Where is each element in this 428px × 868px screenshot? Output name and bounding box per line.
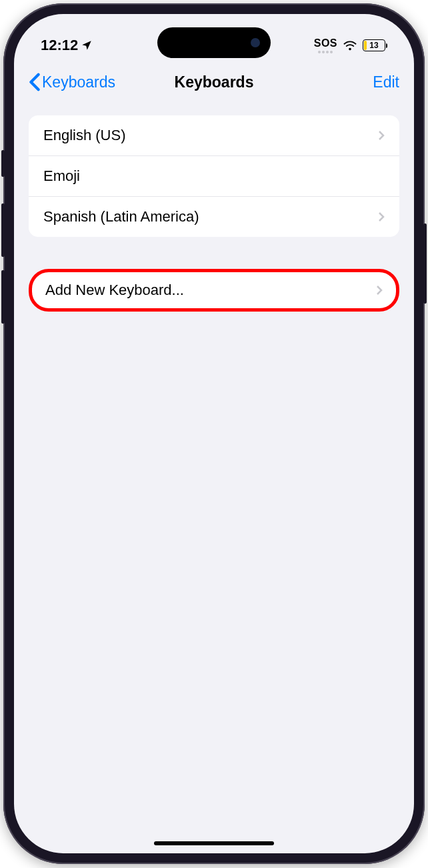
keyboard-item-english[interactable]: English (US) (29, 115, 399, 156)
side-button (1, 150, 5, 177)
edit-button[interactable]: Edit (373, 73, 399, 91)
side-button (1, 203, 5, 257)
nav-bar: Keyboards Keyboards Edit (14, 61, 414, 103)
sos-text: SOS (314, 37, 337, 49)
keyboard-label: Spanish (Latin America) (43, 208, 199, 226)
keyboard-item-spanish[interactable]: Spanish (Latin America) (29, 197, 399, 237)
battery-percent: 13 (369, 41, 378, 50)
side-button (1, 270, 5, 324)
wifi-icon (343, 38, 357, 53)
side-button (423, 224, 427, 304)
keyboard-label: English (US) (43, 127, 125, 144)
dynamic-island (157, 27, 271, 58)
location-icon (81, 39, 93, 51)
back-button[interactable]: Keyboards (29, 73, 115, 91)
chevron-left-icon (29, 73, 41, 91)
page-title: Keyboards (175, 73, 254, 91)
battery-indicator: 13 (363, 39, 387, 51)
add-new-keyboard-button[interactable]: Add New Keyboard... (32, 272, 396, 308)
keyboard-item-emoji[interactable]: Emoji (29, 156, 399, 197)
phone-frame: 12:12 SOS 13 (3, 3, 425, 864)
camera-dot (251, 38, 260, 47)
chevron-right-icon (378, 211, 385, 222)
add-keyboard-group: Add New Keyboard... (29, 269, 399, 312)
chevron-right-icon (376, 285, 383, 296)
screen: 12:12 SOS 13 (14, 14, 414, 853)
status-time: 12:12 (41, 37, 78, 54)
sos-indicator: SOS (314, 37, 337, 53)
chevron-right-icon (378, 130, 385, 141)
status-left: 12:12 (41, 37, 93, 54)
add-keyboard-label: Add New Keyboard... (45, 282, 184, 299)
content: English (US) Emoji Spanish (Latin Americ… (14, 103, 414, 324)
status-right: SOS 13 (314, 37, 387, 53)
keyboard-label: Emoji (43, 167, 80, 185)
back-label: Keyboards (42, 73, 115, 91)
home-indicator[interactable] (154, 841, 274, 845)
keyboards-list: English (US) Emoji Spanish (Latin Americ… (29, 115, 399, 237)
